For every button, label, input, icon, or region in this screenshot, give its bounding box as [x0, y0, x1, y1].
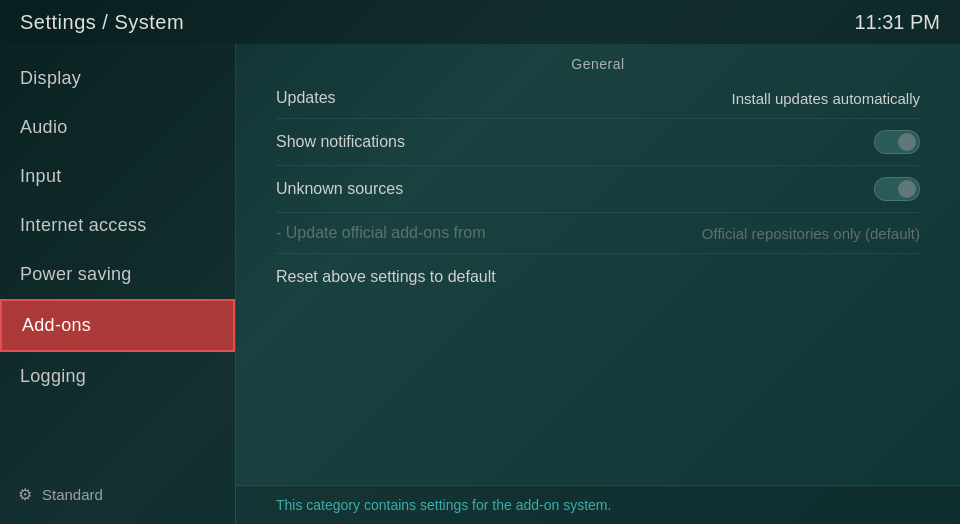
content-main: General Updates Install updates automati…: [236, 44, 960, 485]
toggle-knob-show-notifications: [898, 133, 916, 151]
settings-row-updates[interactable]: Updates Install updates automatically: [276, 78, 920, 119]
content-area: General Updates Install updates automati…: [235, 44, 960, 524]
clock: 11:31 PM: [854, 11, 940, 34]
sidebar-item-internet-access[interactable]: Internet access: [0, 201, 235, 250]
sidebar-item-logging[interactable]: Logging: [0, 352, 235, 401]
sidebar-item-audio[interactable]: Audio: [0, 103, 235, 152]
footer-hint: This category contains settings for the …: [276, 497, 611, 513]
sidebar-nav: Display Audio Input Internet access Powe…: [0, 44, 235, 401]
setting-label-show-notifications: Show notifications: [276, 133, 405, 151]
sidebar-item-input[interactable]: Input: [0, 152, 235, 201]
sidebar-footer-label: Standard: [42, 486, 103, 503]
toggle-knob-unknown-sources: [898, 180, 916, 198]
setting-label-unknown-sources: Unknown sources: [276, 180, 403, 198]
setting-value-update-official: Official repositories only (default): [702, 225, 920, 242]
setting-label-updates: Updates: [276, 89, 336, 107]
reset-label: Reset above settings to default: [276, 268, 496, 285]
main-layout: Display Audio Input Internet access Powe…: [0, 44, 960, 524]
page-title: Settings / System: [20, 11, 184, 34]
settings-row-unknown-sources[interactable]: Unknown sources: [276, 166, 920, 213]
gear-icon: ⚙: [18, 485, 32, 504]
sidebar-item-display[interactable]: Display: [0, 54, 235, 103]
toggle-show-notifications[interactable]: [874, 130, 920, 154]
toggle-unknown-sources[interactable]: [874, 177, 920, 201]
sidebar-footer: ⚙ Standard: [0, 475, 235, 514]
setting-value-updates: Install updates automatically: [732, 90, 920, 107]
settings-row-update-official: - Update official add-ons from Official …: [276, 213, 920, 254]
app-container: Settings / System 11:31 PM Display Audio…: [0, 0, 960, 524]
sidebar-item-add-ons[interactable]: Add-ons: [0, 299, 235, 352]
content-footer: This category contains settings for the …: [236, 485, 960, 524]
reset-row[interactable]: Reset above settings to default: [276, 254, 920, 300]
sidebar: Display Audio Input Internet access Powe…: [0, 44, 235, 524]
header: Settings / System 11:31 PM: [0, 0, 960, 44]
setting-label-update-official: - Update official add-ons from: [276, 224, 486, 242]
sidebar-item-power-saving[interactable]: Power saving: [0, 250, 235, 299]
settings-row-show-notifications[interactable]: Show notifications: [276, 119, 920, 166]
section-header: General: [276, 44, 920, 78]
